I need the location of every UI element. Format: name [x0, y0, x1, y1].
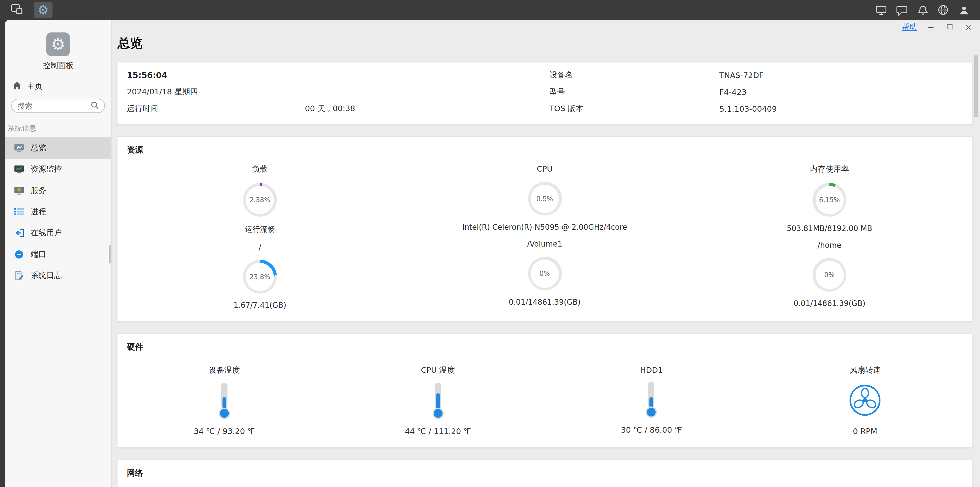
- user-icon: [959, 5, 969, 15]
- hardware-card: 硬件 设备温度 34 ℃ / 93.20 ℉ CPU 温度: [117, 333, 973, 448]
- system-info-card: 15:56:04 设备名 TNAS-72DF 2024/01/18 星期四 型号…: [117, 62, 973, 124]
- hardware-item-value: 0 RPM: [853, 427, 877, 436]
- gauge-percent: 0.5%: [528, 182, 562, 216]
- bell-icon: [917, 5, 928, 15]
- sidebar-item-ports[interactable]: 端口: [5, 243, 111, 265]
- sidebar-item-label: 系统日志: [30, 270, 62, 281]
- control-panel-app-icon: ⚙: [46, 32, 70, 56]
- sidebar-item-resource-monitor[interactable]: 资源监控: [5, 159, 111, 180]
- hardware-item-value: 30 ℃ / 86.00 ℉: [621, 425, 682, 435]
- sidebar: ⚙ 控制面板 主页 系统信息 总览: [5, 20, 112, 487]
- network-card-title: 网络: [118, 460, 972, 479]
- volume-usage-text: 0.01/14861.39(GB): [402, 298, 687, 306]
- chat-icon: [896, 5, 907, 15]
- app-title: 控制面板: [5, 61, 111, 71]
- resources-card-title: 资源: [118, 136, 972, 155]
- control-panel-gear-icon: ⚙: [38, 4, 49, 16]
- thermometer-icon: [219, 383, 230, 419]
- resource-column-memory: 内存使用率 6.15% 503.81MB/8192.00 MB /home 0%…: [687, 158, 972, 310]
- display-button[interactable]: [875, 4, 888, 16]
- help-link[interactable]: 帮助: [902, 21, 917, 32]
- model-value: F4-423: [719, 87, 963, 97]
- network-card: 网络 LAN 2 192.168.1.114 MAC 地址 6c:bf:b5:0…: [117, 460, 973, 487]
- window-scrollbar[interactable]: [974, 22, 979, 484]
- sidebar-item-online-users[interactable]: 在线用户: [5, 222, 111, 243]
- maximize-button[interactable]: [945, 22, 955, 32]
- device-name-label: 设备名: [549, 70, 719, 81]
- show-desktop-icon: [11, 3, 23, 16]
- hardware-item-name: CPU 温度: [421, 365, 455, 376]
- network-row-lan2: LAN 2 192.168.1.114: [127, 485, 963, 487]
- taskbar-left: ⚙: [7, 2, 52, 18]
- messages-button[interactable]: [896, 4, 908, 16]
- resources-grid: 负载 2.38% 运行流畅 / 23.8% 1.67/7.41(GB) CPU: [118, 155, 972, 321]
- ports-icon: [14, 249, 24, 259]
- user-button[interactable]: [958, 4, 970, 16]
- resources-card: 资源 负载 2.38% 运行流畅 / 23.8% 1.67/7.41(GB): [117, 136, 973, 322]
- show-desktop-button[interactable]: [7, 2, 26, 18]
- network-rows: LAN 2 192.168.1.114 MAC 地址 6c:bf:b5:03:7…: [118, 479, 972, 487]
- thermometer-icon: [646, 381, 657, 418]
- sidebar-section-system-info: 系统信息: [5, 118, 111, 137]
- sidebar-item-services[interactable]: 服务: [5, 180, 111, 201]
- services-icon: [14, 186, 24, 195]
- home-label: 主页: [27, 81, 42, 92]
- processes-icon: [14, 207, 24, 216]
- close-button[interactable]: ×: [964, 22, 973, 32]
- uptime-value: 00 天 , 00:38: [305, 104, 549, 114]
- gauge-caption: 运行流畅: [118, 224, 402, 235]
- network-button[interactable]: [937, 4, 950, 16]
- fan-icon: [849, 384, 881, 418]
- search-icon: [91, 101, 99, 111]
- gauge-caption: 503.81MB/8192.00 MB: [687, 224, 972, 233]
- sidebar-item-system-logs[interactable]: 系统日志: [5, 265, 111, 286]
- sidebar-item-processes[interactable]: 进程: [5, 201, 111, 222]
- gauge-percent: 0%: [813, 258, 846, 292]
- gauge-percent: 2.38%: [243, 183, 277, 217]
- gauge-title: 内存使用率: [687, 164, 972, 175]
- search-input[interactable]: [18, 102, 91, 110]
- resource-monitor-icon: [14, 165, 24, 174]
- control-panel-taskbar-button[interactable]: ⚙: [34, 2, 52, 18]
- volume-label: /Volume1: [402, 240, 687, 248]
- notifications-button[interactable]: [916, 4, 929, 16]
- sidebar-item-label: 资源监控: [30, 164, 62, 174]
- load-gauge: 2.38%: [243, 183, 277, 217]
- globe-icon: [937, 4, 948, 16]
- gauge-title: 负载: [118, 164, 402, 175]
- model-label: 型号: [549, 87, 719, 97]
- hardware-item-name: 风扇转速: [850, 365, 880, 376]
- hardware-card-title: 硬件: [118, 334, 972, 353]
- gauge-percent: 0%: [528, 257, 562, 290]
- window-header: 帮助 − ×: [895, 20, 980, 34]
- tos-version-value: 5.1.103-00409: [719, 104, 963, 114]
- hardware-item-name: HDD1: [640, 365, 663, 375]
- gauge-percent: 6.15%: [813, 183, 846, 217]
- resource-column-cpu: CPU 0.5% Intel(R) Celeron(R) N5095 @ 2.0…: [402, 158, 687, 310]
- taskbar: ⚙: [0, 0, 980, 20]
- volume-usage-text: 0.01/14861.39(GB): [687, 299, 972, 308]
- control-panel-window: 帮助 − × ⚙ 控制面板 主页 系统信息: [5, 20, 980, 487]
- overview-icon: [14, 143, 24, 153]
- sidebar-item-label: 端口: [30, 249, 46, 260]
- search-box: [11, 99, 105, 113]
- volume-usage-gauge: 0%: [813, 258, 846, 292]
- window-scrollbar-thumb[interactable]: [974, 55, 978, 117]
- sidebar-scrollbar-thumb[interactable]: [109, 245, 110, 263]
- hardware-item-device-temp: 设备温度 34 ℃ / 93.20 ℉: [118, 358, 331, 436]
- sidebar-item-overview[interactable]: 总览: [5, 137, 111, 159]
- sidebar-item-label: 进程: [30, 206, 46, 217]
- minimize-button[interactable]: −: [926, 22, 935, 32]
- sidebar-item-label: 在线用户: [30, 228, 62, 238]
- sidebar-item-label: 服务: [30, 185, 46, 196]
- system-info-grid: 15:56:04 设备名 TNAS-72DF 2024/01/18 星期四 型号…: [118, 62, 972, 124]
- hardware-item-value: 34 ℃ / 93.20 ℉: [194, 427, 255, 436]
- online-users-icon: [14, 228, 24, 237]
- gauge-title: CPU: [402, 164, 687, 174]
- cpu-gauge: 0.5%: [528, 182, 562, 216]
- home-icon: [13, 81, 22, 92]
- hardware-item-fan-speed: 风扇转速: [758, 358, 972, 436]
- hardware-item-cpu-temp: CPU 温度 44 ℃ / 111.20 ℉: [331, 358, 545, 436]
- hardware-item-name: 设备温度: [209, 365, 240, 376]
- sidebar-item-home[interactable]: 主页: [5, 78, 111, 95]
